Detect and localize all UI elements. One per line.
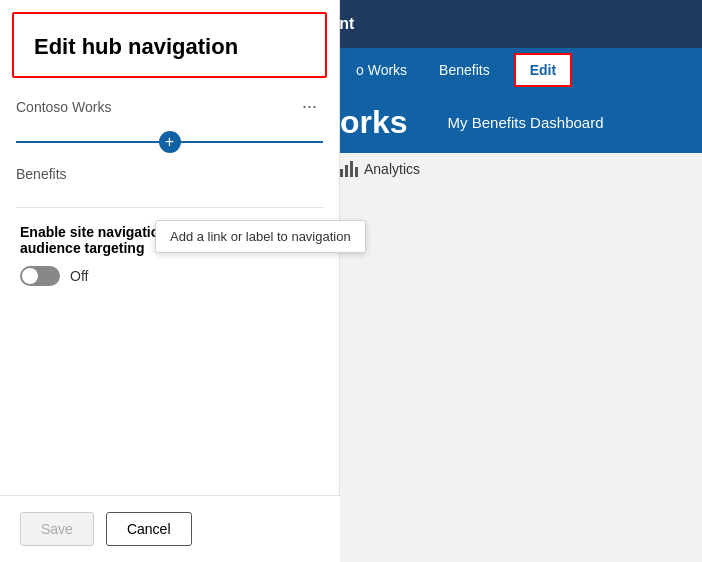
nav-item-benefits[interactable]: Benefits bbox=[0, 157, 339, 191]
section-divider bbox=[16, 207, 323, 208]
side-panel: Edit hub navigation Contoso Works ··· + … bbox=[0, 0, 340, 562]
svg-rect-4 bbox=[340, 169, 343, 177]
analytics-label: Analytics bbox=[364, 161, 420, 177]
nav-item-contoso-works-menu[interactable]: ··· bbox=[296, 94, 323, 119]
add-nav-tooltip: Add a link or label to navigation bbox=[155, 220, 366, 253]
svg-rect-7 bbox=[355, 167, 358, 177]
add-nav-item-button[interactable]: + bbox=[159, 131, 181, 153]
svg-rect-6 bbox=[350, 161, 353, 177]
save-button[interactable]: Save bbox=[20, 512, 94, 546]
page-title-text: orks bbox=[340, 104, 408, 141]
audience-toggle[interactable] bbox=[20, 266, 60, 286]
toggle-knob bbox=[22, 268, 38, 284]
hub-nav-benefits[interactable]: Benefits bbox=[423, 48, 506, 92]
analytics-item[interactable]: Analytics bbox=[340, 161, 420, 177]
nav-item-contoso-works[interactable]: Contoso Works ··· bbox=[0, 86, 339, 127]
nav-item-benefits-label: Benefits bbox=[16, 166, 67, 182]
hub-nav-works[interactable]: o Works bbox=[340, 48, 423, 92]
blue-line-right bbox=[181, 141, 324, 143]
blue-line-left bbox=[16, 141, 159, 143]
add-button-row: + bbox=[0, 127, 339, 157]
toggle-off-label: Off bbox=[70, 268, 88, 284]
panel-title: Edit hub navigation bbox=[12, 12, 327, 78]
my-benefits-dashboard: My Benefits Dashboard bbox=[448, 114, 604, 131]
tooltip-text: Add a link or label to navigation bbox=[170, 229, 351, 244]
nav-item-contoso-works-label: Contoso Works bbox=[16, 99, 296, 115]
svg-rect-5 bbox=[345, 165, 348, 177]
bottom-buttons: Save Cancel bbox=[0, 495, 340, 562]
audience-toggle-row[interactable]: Off bbox=[20, 266, 319, 286]
cancel-button[interactable]: Cancel bbox=[106, 512, 192, 546]
analytics-bar-icon bbox=[340, 161, 358, 177]
hub-nav-edit-button[interactable]: Edit bbox=[514, 53, 572, 87]
